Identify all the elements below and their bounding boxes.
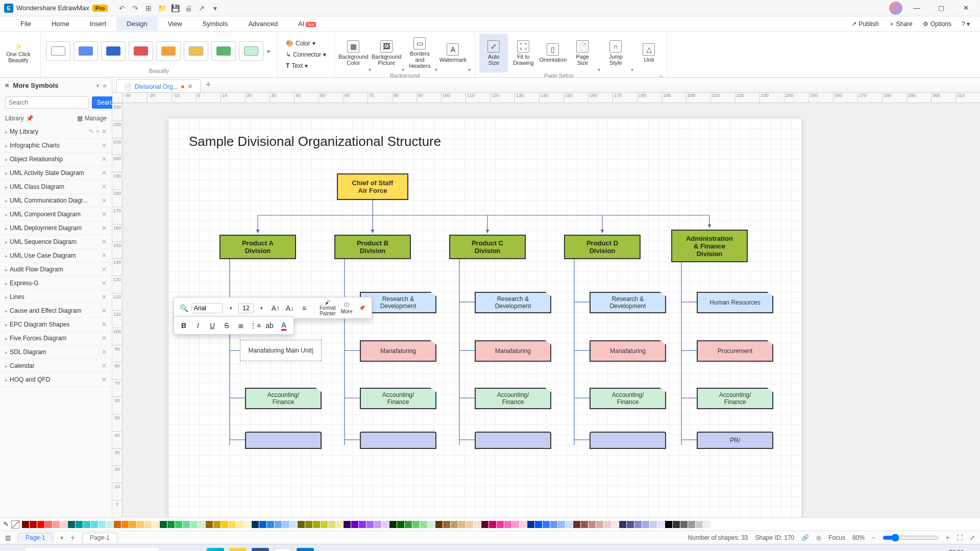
color-swatch[interactable] (680, 521, 688, 528)
export-icon[interactable]: ↗ (198, 4, 206, 12)
close-icon[interactable]: ✕ (102, 156, 107, 163)
menu-symbols[interactable]: Symbols (192, 17, 238, 31)
bullet-list-icon[interactable]: ⋮≡ (249, 319, 262, 332)
rd-box-d[interactable]: Research & Development (590, 292, 666, 313)
color-swatch[interactable] (397, 521, 404, 528)
color-swatch[interactable] (550, 521, 557, 528)
color-swatch[interactable] (657, 521, 665, 528)
editing-shape[interactable]: Manafaturing Main Unit| (240, 340, 322, 361)
pin-toolbar-icon[interactable]: 📌 (355, 302, 369, 315)
pin-icon[interactable]: 📌 (26, 115, 34, 122)
color-swatch[interactable] (466, 521, 473, 528)
jump-style-button[interactable]: ∩Jump Style (601, 34, 630, 72)
pr-box-b[interactable] (360, 432, 436, 449)
close-icon[interactable]: ✕ (102, 128, 107, 135)
undo-icon[interactable]: ↶ (118, 4, 126, 12)
man-box-d[interactable]: Manafaturing (590, 340, 666, 362)
color-swatch[interactable] (412, 521, 420, 528)
explorer-icon[interactable]: 📁 (228, 546, 248, 552)
color-swatch[interactable] (566, 521, 573, 528)
unit-button[interactable]: △Unit (634, 34, 663, 72)
style-preset-1[interactable] (46, 41, 70, 61)
color-swatch[interactable] (420, 521, 427, 528)
open-icon[interactable]: 📁 (158, 4, 166, 12)
font-dropdown-icon[interactable]: ▾ (224, 302, 237, 315)
underline-button[interactable]: U (206, 319, 219, 332)
target-icon[interactable]: ◎ (816, 534, 821, 541)
color-swatch[interactable] (22, 521, 29, 528)
hr-box[interactable]: Human Resources (697, 292, 773, 313)
color-swatch[interactable] (489, 521, 496, 528)
color-swatch[interactable] (389, 521, 397, 528)
color-swatch[interactable] (611, 521, 619, 528)
menu-file[interactable]: File (10, 17, 41, 31)
color-swatch[interactable] (336, 521, 343, 528)
color-swatch[interactable] (213, 521, 220, 528)
sidebar-item-14[interactable]: ▸Five Forces Diagram✕ (0, 332, 112, 345)
color-swatch[interactable] (144, 521, 152, 528)
hamburger-icon[interactable]: ≡ (5, 82, 9, 89)
color-swatch[interactable] (244, 521, 251, 528)
sidebar-item-4[interactable]: ▸UML Communication Diagr...✕ (0, 194, 112, 208)
color-swatch[interactable] (305, 521, 312, 528)
color-swatch[interactable] (703, 521, 710, 528)
new-icon[interactable]: ⊞ (144, 4, 153, 12)
color-swatch[interactable] (152, 521, 159, 528)
color-swatch[interactable] (53, 521, 60, 528)
color-swatch[interactable] (650, 521, 657, 528)
one-click-beautify-button[interactable]: ✨ One Click Beautify (4, 34, 33, 72)
fit-page-icon[interactable]: ⛶ (957, 534, 963, 541)
redo-icon[interactable]: ↷ (131, 4, 139, 12)
edrawmax-taskbar-icon[interactable]: E (295, 546, 315, 552)
acct-box-c[interactable]: Accounting/ Finance (475, 388, 551, 409)
color-swatch[interactable] (259, 521, 266, 528)
division-admin-box[interactable]: Administration & Finance Division (671, 230, 748, 262)
color-swatch[interactable] (129, 521, 136, 528)
color-swatch[interactable] (481, 521, 488, 528)
color-swatch[interactable] (543, 521, 550, 528)
strike-button[interactable]: S (220, 319, 233, 332)
close-icon[interactable]: ✕ (102, 293, 107, 300)
menu-design[interactable]: Design (116, 17, 157, 31)
sidebar-item-6[interactable]: ▸UML Deployment Diagram✕ (0, 221, 112, 235)
style-preset-7[interactable] (211, 41, 236, 61)
color-swatch[interactable] (121, 521, 129, 528)
sidebar-item-13[interactable]: ▸EPC Diagram Shapes✕ (0, 318, 112, 332)
increase-font-icon[interactable]: A↑ (269, 302, 282, 315)
focus-label[interactable]: Focus (828, 534, 845, 541)
pr-box-d[interactable] (590, 432, 666, 449)
font-color-icon[interactable]: A (277, 319, 290, 332)
man-box-b[interactable]: Manafaturing (360, 340, 436, 362)
color-swatch[interactable] (443, 521, 450, 528)
color-swatch[interactable] (60, 521, 67, 528)
color-swatch[interactable] (435, 521, 443, 528)
color-swatch[interactable] (512, 521, 519, 528)
taskbar-search[interactable]: 🔍 Type here to search (26, 548, 158, 552)
page-layout-icon[interactable]: ▥ (5, 534, 11, 541)
color-swatch[interactable] (267, 521, 274, 528)
close-icon[interactable]: ✕ (102, 211, 107, 218)
font-size-input[interactable] (238, 303, 254, 313)
color-swatch[interactable] (106, 521, 113, 528)
maximize-button[interactable]: ▢ (931, 0, 951, 16)
user-avatar[interactable] (889, 2, 902, 15)
color-swatch[interactable] (604, 521, 611, 528)
close-icon[interactable]: ✕ (102, 169, 107, 177)
collapse-sidebar-icon[interactable]: « (103, 82, 107, 89)
style-preset-8[interactable] (239, 41, 263, 61)
page-size-button[interactable]: 📄Page Size (568, 34, 597, 72)
link-icon[interactable]: 🔗 (801, 534, 809, 541)
color-swatch[interactable] (298, 521, 305, 528)
color-swatch[interactable] (114, 521, 121, 528)
color-swatch[interactable] (573, 521, 580, 528)
add-icon[interactable]: + (96, 128, 100, 135)
man-box-c[interactable]: Manafaturing (475, 340, 551, 362)
color-swatch[interactable] (351, 521, 358, 528)
color-swatch[interactable] (382, 521, 389, 528)
close-icon[interactable]: ✕ (102, 307, 107, 314)
acct-box-b[interactable]: Accounting/ Finance (360, 388, 436, 409)
sidebar-item-1[interactable]: ▸Object Relationship✕ (0, 153, 112, 166)
sidebar-item-11[interactable]: ▸Lines✕ (0, 290, 112, 304)
close-icon[interactable]: ✕ (102, 376, 107, 383)
color-swatch[interactable] (596, 521, 603, 528)
